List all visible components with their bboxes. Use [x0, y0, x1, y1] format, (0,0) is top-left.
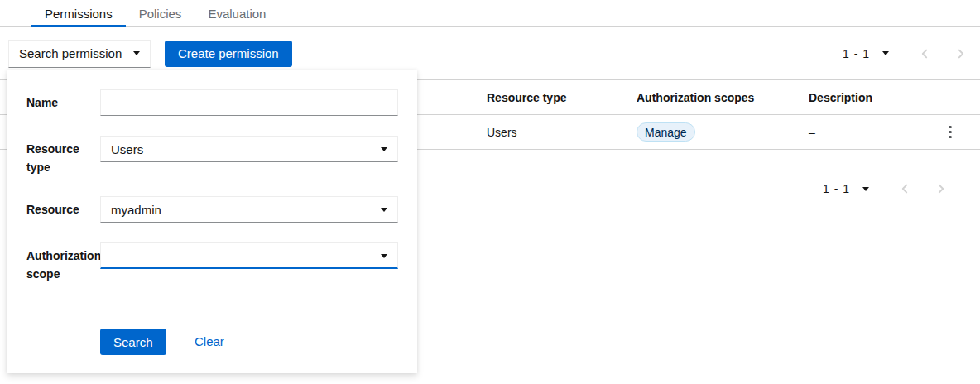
- clear-button[interactable]: Clear: [188, 329, 231, 355]
- resource-type-field-label: Resource type: [26, 140, 103, 176]
- search-permission-toggle-label: Search permission: [19, 46, 122, 60]
- tab-evaluation-label: Evaluation: [208, 7, 266, 21]
- search-permission-toggle[interactable]: Search permission: [8, 40, 151, 68]
- table-header-description: Description: [809, 91, 940, 104]
- name-input[interactable]: [100, 89, 398, 116]
- chevron-left-icon[interactable]: [917, 46, 932, 61]
- create-permission-button[interactable]: Create permission: [165, 41, 292, 67]
- authorization-scope-field-label: Authorization scope: [26, 247, 103, 283]
- chevron-right-icon[interactable]: [954, 46, 968, 61]
- caret-down-icon: [381, 208, 387, 212]
- chevron-right-icon[interactable]: [934, 181, 949, 196]
- resource-field-label: Resource: [26, 200, 103, 218]
- resource-type-select-value: Users: [111, 142, 143, 156]
- chevron-left-icon[interactable]: [897, 181, 912, 196]
- tab-bar: Permissions Policies Evaluation: [0, 0, 980, 27]
- scope-badge: Manage: [637, 122, 695, 142]
- table-header-authorization-scopes: Authorization scopes: [637, 91, 809, 104]
- table-cell-resource-type: Users: [487, 126, 637, 139]
- search-permission-panel: Name Resource type Users Resource myadmi…: [7, 70, 417, 373]
- caret-down-icon[interactable]: [862, 187, 869, 191]
- caret-down-icon: [381, 147, 387, 151]
- tab-policies-label: Policies: [139, 7, 182, 21]
- table-cell-actions: [940, 122, 980, 142]
- pagination-range: 1 - 1: [843, 47, 870, 60]
- permissions-page: Permissions Policies Evaluation Search p…: [0, 0, 980, 384]
- caret-down-icon: [381, 254, 387, 258]
- caret-down-icon: [133, 51, 140, 55]
- pagination-bottom: 1 - 1: [823, 181, 949, 196]
- search-button[interactable]: Search: [100, 329, 166, 355]
- tab-evaluation[interactable]: Evaluation: [195, 0, 279, 26]
- tab-permissions-label: Permissions: [45, 7, 113, 21]
- name-field-label: Name: [26, 94, 103, 112]
- table-header-resource-type: Resource type: [487, 91, 637, 104]
- kebab-menu-icon[interactable]: [940, 122, 960, 142]
- resource-select-value: myadmin: [111, 203, 161, 217]
- table-cell-description: –: [809, 126, 940, 139]
- tab-permissions[interactable]: Permissions: [31, 0, 126, 26]
- pagination-top: 1 - 1: [843, 46, 968, 61]
- caret-down-icon[interactable]: [882, 51, 889, 55]
- resource-select[interactable]: myadmin: [100, 196, 398, 223]
- table-cell-authorization-scopes: Manage: [637, 122, 809, 142]
- resource-type-select[interactable]: Users: [100, 136, 398, 162]
- tab-policies[interactable]: Policies: [126, 0, 195, 26]
- authorization-scope-select[interactable]: [100, 242, 398, 269]
- pagination-range: 1 - 1: [823, 182, 850, 195]
